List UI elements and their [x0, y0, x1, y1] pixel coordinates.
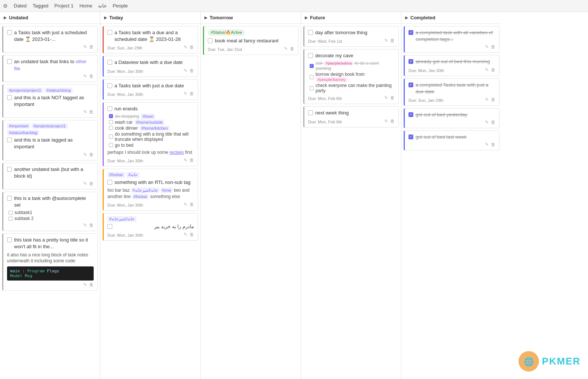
task-checkbox[interactable]	[308, 110, 313, 115]
collapse-future[interactable]: ▶	[305, 16, 308, 20]
delete-icon[interactable]: 🗑	[491, 67, 495, 72]
tag[interactable]: #خانه/اشپزخانه	[107, 216, 136, 222]
delete-icon[interactable]: 🗑	[190, 232, 194, 237]
edit-icon[interactable]: ✎	[384, 119, 388, 124]
task-checkbox[interactable]	[107, 30, 112, 35]
tag[interactable]: #foobar	[107, 172, 125, 178]
delete-icon[interactable]: 🗑	[491, 142, 495, 147]
other-file-link[interactable]: other file	[14, 59, 87, 71]
task-checkbox[interactable]	[107, 60, 112, 65]
collapse-completed[interactable]: ▶	[405, 16, 408, 20]
task-checkbox[interactable]	[408, 30, 413, 35]
edit-icon[interactable]: ✎	[83, 109, 87, 114]
delete-icon[interactable]: 🗑	[190, 45, 194, 50]
delete-icon[interactable]: 🗑	[390, 95, 395, 100]
subtask-checkbox[interactable]	[109, 114, 113, 118]
delete-icon[interactable]: 🗑	[290, 46, 294, 51]
edit-icon[interactable]: ✎	[83, 74, 87, 79]
subtask-checkbox[interactable]	[109, 120, 113, 124]
subtask-checkbox[interactable]	[310, 64, 314, 68]
edit-icon[interactable]: ✎	[184, 45, 187, 50]
delete-icon[interactable]: 🗑	[491, 44, 495, 49]
task-checkbox[interactable]	[7, 167, 12, 172]
task-checkbox[interactable]	[7, 95, 12, 100]
tag[interactable]: #important	[7, 123, 30, 129]
delete-icon[interactable]: 🗑	[89, 181, 94, 186]
delete-icon[interactable]: 🗑	[89, 109, 94, 114]
delete-icon[interactable]: 🗑	[89, 223, 94, 228]
delete-icon[interactable]: 🗑	[491, 120, 495, 125]
task-checkbox[interactable]	[408, 82, 413, 87]
task-checkbox[interactable]	[107, 224, 112, 229]
collapse-tomorrow[interactable]: ▶	[204, 16, 207, 20]
delete-icon[interactable]: 🗑	[89, 44, 94, 49]
task-checkbox[interactable]	[7, 30, 12, 35]
tag[interactable]: #town	[141, 114, 155, 119]
task-checkbox[interactable]	[408, 135, 413, 139]
delete-icon[interactable]: 🗑	[491, 97, 495, 102]
delete-icon[interactable]: 🗑	[190, 91, 194, 96]
collapse-undated[interactable]: ▶	[4, 16, 7, 20]
task-checkbox[interactable]	[107, 106, 112, 111]
tag[interactable]: #status/backlog	[7, 130, 39, 135]
collapse-today[interactable]: ▶	[104, 16, 107, 20]
gear-icon[interactable]: ⚙	[3, 3, 8, 9]
subtask-checkbox[interactable]	[109, 126, 113, 130]
nav-khaneh[interactable]: خانه	[98, 3, 107, 9]
recipes-link[interactable]: recipes	[169, 150, 184, 155]
tag[interactable]: #projects/project1	[7, 88, 43, 93]
task-checkbox[interactable]	[7, 59, 12, 64]
delete-icon[interactable]: 🗑	[190, 202, 194, 207]
edit-icon[interactable]: ✎	[83, 44, 87, 49]
edit-icon[interactable]: ✎	[485, 67, 489, 72]
delete-icon[interactable]: 🗑	[89, 282, 94, 287]
tag[interactable]: #خانه	[126, 172, 139, 178]
subtask-checkbox[interactable]	[109, 143, 113, 147]
people-tag[interactable]: #people/wilma	[324, 61, 353, 66]
tag[interactable]: #خانه/اشپزخانه	[131, 188, 159, 193]
task-checkbox[interactable]	[7, 137, 12, 142]
edit-icon[interactable]: ✎	[485, 44, 489, 49]
edit-icon[interactable]: ✎	[83, 181, 87, 186]
nav-project1[interactable]: Project 1	[54, 3, 73, 9]
task-checkbox[interactable]	[7, 196, 12, 201]
task-checkbox[interactable]	[208, 38, 213, 43]
subtask-checkbox[interactable]	[310, 75, 314, 79]
edit-icon[interactable]: ✎	[384, 38, 388, 43]
delete-icon[interactable]: 🗑	[190, 158, 194, 163]
delete-icon[interactable]: 🗑	[190, 68, 194, 73]
people-tag[interactable]: #people/barney	[316, 77, 348, 82]
edit-icon[interactable]: ✎	[485, 142, 489, 147]
delete-icon[interactable]: 🗑	[89, 74, 94, 79]
delete-icon[interactable]: 🗑	[390, 119, 395, 124]
task-checkbox[interactable]	[107, 180, 112, 185]
tag[interactable]: #foobar	[132, 194, 149, 199]
subtask-checkbox[interactable]	[310, 86, 314, 90]
delete-icon[interactable]: 🗑	[89, 152, 94, 157]
task-checkbox[interactable]	[7, 237, 12, 242]
nav-tagged[interactable]: Tagged	[33, 3, 49, 9]
task-checkbox[interactable]	[107, 83, 112, 88]
edit-icon[interactable]: ✎	[485, 120, 489, 125]
edit-icon[interactable]: ✎	[83, 282, 87, 287]
subtask-checkbox[interactable]	[109, 135, 113, 139]
edit-icon[interactable]: ✎	[184, 91, 187, 96]
subtask-checkbox[interactable]	[9, 217, 13, 221]
edit-icon[interactable]: ✎	[83, 152, 87, 157]
tag[interactable]: #status/doing	[45, 88, 72, 93]
tag[interactable]: #home/outside	[135, 120, 164, 125]
tag[interactable]: #projects/project1	[32, 123, 68, 129]
tag[interactable]: #home/kitchen	[140, 126, 169, 131]
task-checkbox[interactable]	[408, 59, 413, 64]
tag[interactable]: #one	[161, 188, 172, 193]
edit-icon[interactable]: ✎	[184, 202, 187, 207]
task-checkbox[interactable]	[308, 53, 313, 58]
edit-icon[interactable]: ✎	[485, 97, 489, 102]
subtask-checkbox[interactable]	[9, 211, 13, 215]
edit-icon[interactable]: ✎	[83, 223, 87, 228]
delete-icon[interactable]: 🗑	[390, 38, 395, 43]
edit-icon[interactable]: ✎	[284, 46, 288, 51]
edit-icon[interactable]: ✎	[384, 95, 388, 100]
nav-home[interactable]: Home	[80, 3, 93, 9]
edit-icon[interactable]: ✎	[184, 232, 187, 237]
